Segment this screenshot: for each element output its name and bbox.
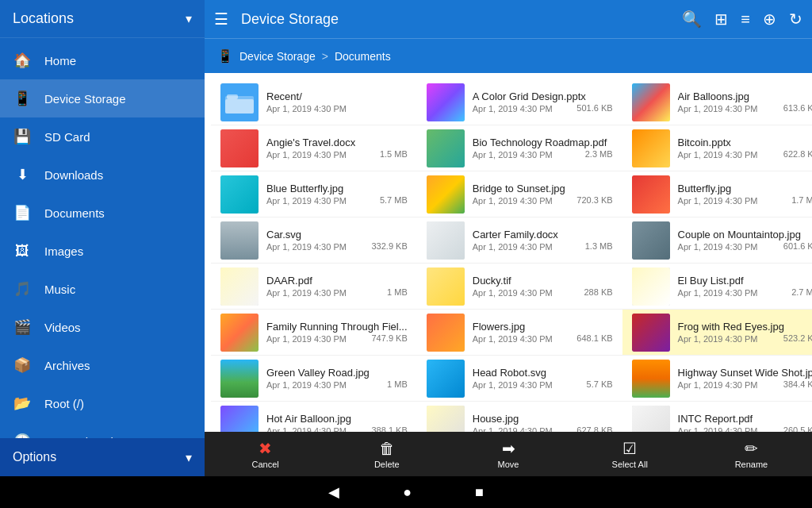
file-thumbnail — [220, 360, 259, 398]
sidebar-item-downloads[interactable]: ⬇ Downloads — [0, 156, 205, 194]
sidebar-item-label: Home — [44, 54, 76, 67]
file-thumbnail — [220, 175, 259, 214]
file-thumbnail — [632, 83, 670, 121]
sidebar-item-recent[interactable]: 🕐 Recent locations — [0, 422, 205, 438]
sidebar-item-images[interactable]: 🖼 Images — [0, 232, 205, 270]
sidebar-item-label: Root (/) — [44, 397, 84, 410]
file-item-angies-travel[interactable]: Angie's Travel.docx Apr 1, 2019 4:30 PM … — [211, 125, 417, 171]
sidebar-item-archives[interactable]: 📦 Archives — [0, 346, 205, 384]
file-thumbnail — [427, 83, 465, 121]
rename-button[interactable]: ✏ Rename — [691, 436, 812, 472]
rename-icon: ✏ — [745, 439, 758, 458]
add-icon[interactable]: ⊕ — [763, 10, 776, 29]
file-date: Apr 1, 2019 4:30 PM — [678, 196, 758, 206]
file-thumbnail — [427, 360, 465, 398]
file-info: House.jpg Apr 1, 2019 4:30 PM 627.8 KB — [473, 413, 613, 432]
file-thumbnail — [632, 267, 670, 306]
sidebar-item-videos[interactable]: 🎬 Videos — [0, 308, 205, 346]
file-item-bridge-to-sunset[interactable]: Bridge to Sunset.jpg Apr 1, 2019 4:30 PM… — [417, 171, 622, 217]
file-info: Hot Air Balloon.jpg Apr 1, 2019 4:30 PM … — [266, 413, 408, 432]
file-thumbnail — [632, 221, 670, 260]
file-thumbnail — [427, 406, 465, 433]
sidebar-items: 🏠 Home 📱 Device Storage 💾 SD Card ⬇ Down… — [0, 38, 205, 438]
recent-icon: 🕐 — [13, 433, 32, 438]
file-info: A Color Grid Design.pptx Apr 1, 2019 4:3… — [473, 90, 613, 114]
file-item-car-svg[interactable]: Car.svg Apr 1, 2019 4:30 PM 332.9 KB — [211, 217, 417, 264]
file-date: Apr 1, 2019 4:30 PM — [473, 196, 553, 206]
file-name: Carter Family.docx — [473, 229, 613, 241]
file-name: Green Valley Road.jpg — [266, 367, 408, 379]
sidebar-item-home[interactable]: 🏠 Home — [0, 41, 205, 79]
home-icon: 🏠 — [13, 52, 32, 69]
move-button[interactable]: ➡ Move — [447, 436, 569, 472]
sidebar-item-root[interactable]: 📂 Root (/) — [0, 384, 205, 422]
file-item-bitcoin[interactable]: Bitcoin.pptx Apr 1, 2019 4:30 PM 622.8 K… — [622, 125, 812, 171]
sidebar-item-sd-card[interactable]: 💾 SD Card — [0, 117, 205, 156]
file-item-couple-mountaintop[interactable]: Couple on Mountaintop.jpg Apr 1, 2019 4:… — [622, 217, 812, 264]
nav-back-icon[interactable]: ◀ — [328, 483, 339, 501]
file-item-bio-technology[interactable]: Bio Technology Roadmap.pdf Apr 1, 2019 4… — [417, 125, 622, 171]
grid-view-icon[interactable]: ⊞ — [714, 10, 728, 29]
file-item-a-color-grid[interactable]: A Color Grid Design.pptx Apr 1, 2019 4:3… — [417, 79, 622, 125]
delete-button[interactable]: 🗑 Delete — [326, 437, 447, 472]
select-all-button[interactable]: ☑ Select All — [569, 436, 691, 472]
file-date: Apr 1, 2019 4:30 PM — [266, 150, 347, 160]
file-item-butterfly[interactable]: Butterfly.jpg Apr 1, 2019 4:30 PM 1.7 MB — [622, 171, 812, 217]
sidebar-header[interactable]: Locations ▾ — [0, 0, 205, 38]
breadcrumb-documents[interactable]: Documents — [335, 50, 391, 63]
file-item-green-valley[interactable]: Green Valley Road.jpg Apr 1, 2019 4:30 P… — [211, 356, 417, 402]
file-info: Head Robot.svg Apr 1, 2019 4:30 PM 5.7 K… — [473, 367, 613, 390]
refresh-icon[interactable]: ↻ — [789, 10, 802, 29]
file-item-air-balloons[interactable]: Air Balloons.jpg Apr 1, 2019 4:30 PM 613… — [622, 79, 812, 125]
file-grid: Recent/ Apr 1, 2019 4:30 PM A Color Grid… — [205, 73, 812, 432]
sort-icon[interactable]: ≡ — [741, 10, 750, 29]
file-item-hot-air-balloon[interactable]: Hot Air Balloon.jpg Apr 1, 2019 4:30 PM … — [211, 402, 417, 432]
file-item-intc-report[interactable]: INTC Report.pdf Apr 1, 2019 4:30 PM 260.… — [622, 402, 812, 432]
root-icon: 📂 — [13, 394, 32, 412]
file-item-daar-pdf[interactable]: DAAR.pdf Apr 1, 2019 4:30 PM 1 MB — [211, 264, 417, 310]
file-info: Bio Technology Roadmap.pdf Apr 1, 2019 4… — [473, 137, 613, 160]
file-item-recent-folder[interactable]: Recent/ Apr 1, 2019 4:30 PM — [211, 79, 417, 125]
file-size: 2.3 MB — [585, 149, 613, 159]
sidebar-item-label: Documents — [44, 206, 105, 220]
file-item-el-buy-list[interactable]: El Buy List.pdf Apr 1, 2019 4:30 PM 2.7 … — [622, 264, 812, 310]
select-all-label: Select All — [612, 460, 648, 469]
file-item-carter-family[interactable]: Carter Family.docx Apr 1, 2019 4:30 PM 1… — [417, 217, 622, 264]
breadcrumb: 📱 Device Storage > Documents — [205, 38, 812, 73]
select-all-icon: ☑ — [622, 439, 637, 458]
file-date: Apr 1, 2019 4:30 PM — [678, 380, 758, 390]
file-thumbnail — [220, 267, 259, 306]
file-date: Apr 1, 2019 4:30 PM — [473, 242, 553, 252]
sidebar-options[interactable]: Options ▾ — [0, 438, 205, 476]
file-item-blue-butterfly[interactable]: Blue Butterfly.jpg Apr 1, 2019 4:30 PM 5… — [211, 171, 417, 217]
file-item-ducky-tif[interactable]: Ducky.tif Apr 1, 2019 4:30 PM 288 KB — [417, 264, 622, 310]
sidebar-item-music[interactable]: 🎵 Music — [0, 270, 205, 308]
file-thumbnail — [220, 129, 259, 167]
file-item-frog-red-eyes[interactable]: Frog with Red Eyes.jpg Apr 1, 2019 4:30 … — [622, 310, 812, 356]
file-name: Ducky.tif — [473, 275, 613, 287]
file-size: 627.8 KB — [576, 425, 612, 432]
delete-label: Delete — [374, 460, 400, 469]
archives-icon: 📦 — [13, 356, 32, 374]
sidebar-chevron-icon: ▾ — [186, 11, 192, 26]
file-item-head-robot[interactable]: Head Robot.svg Apr 1, 2019 4:30 PM 5.7 K… — [417, 356, 622, 402]
nav-recent-icon[interactable]: ■ — [475, 484, 484, 501]
file-item-flowers[interactable]: Flowers.jpg Apr 1, 2019 4:30 PM 648.1 KB — [417, 310, 622, 356]
sidebar-item-documents[interactable]: 📄 Documents — [0, 194, 205, 232]
file-info: Family Running Through Fiel... Apr 1, 20… — [266, 321, 408, 344]
file-item-house[interactable]: House.jpg Apr 1, 2019 4:30 PM 627.8 KB — [417, 402, 622, 432]
file-info: DAAR.pdf Apr 1, 2019 4:30 PM 1 MB — [266, 275, 408, 298]
file-info: Ducky.tif Apr 1, 2019 4:30 PM 288 KB — [473, 275, 613, 298]
breadcrumb-device-storage[interactable]: Device Storage — [239, 50, 316, 63]
file-item-highway-sunset[interactable]: Highway Sunset Wide Shot.jpg Apr 1, 2019… — [622, 356, 812, 402]
menu-icon[interactable]: ☰ — [214, 10, 228, 29]
file-date: Apr 1, 2019 4:30 PM — [678, 334, 758, 344]
move-icon: ➡ — [502, 439, 515, 458]
file-name: Frog with Red Eyes.jpg — [678, 321, 812, 333]
cancel-button[interactable]: ✖ Cancel — [205, 436, 326, 472]
file-item-family-running[interactable]: Family Running Through Fiel... Apr 1, 20… — [211, 310, 417, 356]
file-name: Bio Technology Roadmap.pdf — [473, 137, 613, 148]
sidebar-item-device-storage[interactable]: 📱 Device Storage — [0, 79, 205, 117]
search-icon[interactable]: 🔍 — [682, 10, 702, 29]
nav-home-icon[interactable]: ● — [403, 484, 412, 501]
